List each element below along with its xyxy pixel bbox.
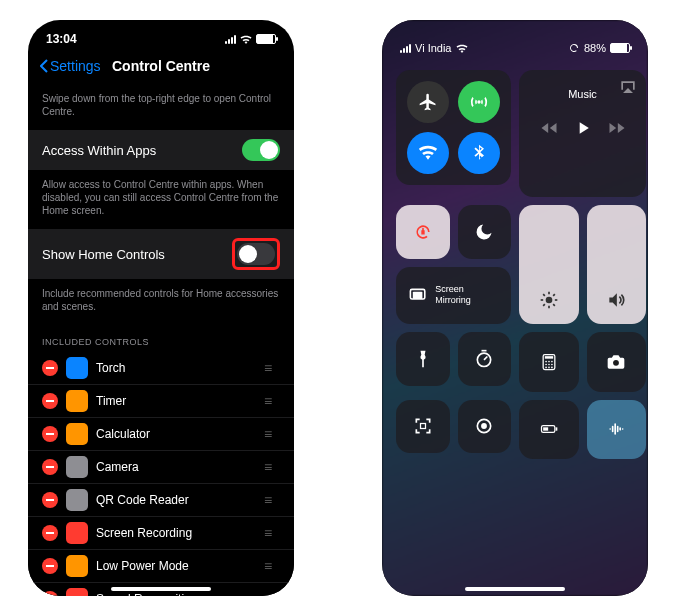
- item-label: Camera: [96, 460, 256, 474]
- svg-point-24: [551, 366, 553, 368]
- description-text: Allow access to Control Centre within ap…: [28, 170, 294, 229]
- access-toggle[interactable]: [242, 139, 280, 161]
- status-icons: [225, 34, 276, 44]
- camera-icon: [66, 456, 88, 478]
- music-label: Music: [568, 88, 597, 100]
- drag-handle[interactable]: ≡: [264, 393, 280, 409]
- drag-handle[interactable]: ≡: [264, 459, 280, 475]
- volume-slider[interactable]: [587, 205, 647, 324]
- next-track-button[interactable]: [607, 118, 627, 138]
- item-label: Torch: [96, 361, 256, 375]
- torch-button[interactable]: [396, 332, 450, 386]
- list-item[interactable]: Camera≡: [28, 451, 294, 484]
- drag-handle[interactable]: ≡: [264, 591, 280, 596]
- remove-button[interactable]: [42, 459, 58, 475]
- remove-button[interactable]: [42, 360, 58, 376]
- clock: 13:04: [46, 32, 77, 46]
- list-item[interactable]: Screen Recording≡: [28, 517, 294, 550]
- remove-button[interactable]: [42, 591, 58, 596]
- wifi-button[interactable]: [407, 132, 449, 174]
- control-centre-screen: Vi India 88% Music: [382, 20, 648, 596]
- list-item[interactable]: QR Code Reader≡: [28, 484, 294, 517]
- remove-button[interactable]: [42, 525, 58, 541]
- drag-handle[interactable]: ≡: [264, 558, 280, 574]
- home-indicator[interactable]: [111, 587, 211, 591]
- remove-button[interactable]: [42, 558, 58, 574]
- cellular-button[interactable]: [458, 81, 500, 123]
- battery-icon: [610, 43, 630, 53]
- item-label: Calculator: [96, 427, 256, 441]
- music-tile[interactable]: Music: [519, 70, 646, 197]
- drag-handle[interactable]: ≡: [264, 492, 280, 508]
- prev-track-button[interactable]: [539, 118, 559, 138]
- svg-line-5: [543, 294, 545, 296]
- play-button[interactable]: [573, 118, 593, 138]
- description-text: Swipe down from the top-right edge to op…: [28, 84, 294, 130]
- status-bar: Vi India 88%: [382, 20, 648, 62]
- qr-scanner-button[interactable]: [396, 400, 450, 454]
- signal-icon: [225, 35, 236, 44]
- remove-button[interactable]: [42, 426, 58, 442]
- list-item[interactable]: Timer≡: [28, 385, 294, 418]
- svg-point-0: [545, 297, 552, 304]
- home-controls-toggle[interactable]: [237, 243, 275, 265]
- list-item[interactable]: Low Power Mode≡: [28, 550, 294, 583]
- timer-button[interactable]: [458, 332, 512, 386]
- camera-button[interactable]: [587, 332, 647, 392]
- item-label: Sound Recognition: [96, 592, 256, 596]
- svg-line-6: [553, 304, 555, 306]
- row-label: Show Home Controls: [42, 247, 165, 262]
- battery-icon: [66, 555, 88, 577]
- svg-point-20: [548, 363, 550, 365]
- svg-line-8: [553, 294, 555, 296]
- airplane-button[interactable]: [407, 81, 449, 123]
- show-home-controls-row[interactable]: Show Home Controls: [28, 229, 294, 279]
- timer-icon: [66, 390, 88, 412]
- svg-point-17: [548, 361, 550, 363]
- drag-handle[interactable]: ≡: [264, 426, 280, 442]
- wifi-icon: [456, 44, 468, 53]
- status-bar: 13:04: [28, 20, 294, 52]
- svg-line-12: [484, 356, 487, 359]
- description-text: Include recommended controls for Home ac…: [28, 279, 294, 325]
- page-title: Control Centre: [28, 58, 294, 74]
- drag-handle[interactable]: ≡: [264, 360, 280, 376]
- remove-button[interactable]: [42, 492, 58, 508]
- nav-bar: Settings Control Centre: [28, 52, 294, 84]
- wifi-icon: [240, 35, 252, 44]
- brightness-slider[interactable]: [519, 205, 579, 324]
- list-item[interactable]: Torch≡: [28, 352, 294, 385]
- ear-icon: [66, 588, 88, 596]
- sound-recognition-button[interactable]: [587, 400, 647, 460]
- drag-handle[interactable]: ≡: [264, 525, 280, 541]
- svg-point-16: [545, 361, 547, 363]
- home-indicator[interactable]: [465, 587, 565, 591]
- record-icon: [66, 522, 88, 544]
- control-centre-grid: Music Screen Mirroring: [382, 62, 648, 443]
- svg-rect-26: [420, 424, 425, 429]
- mirror-label: Screen Mirroring: [435, 284, 499, 306]
- remove-button[interactable]: [42, 393, 58, 409]
- svg-point-25: [613, 360, 619, 366]
- list-item[interactable]: Calculator≡: [28, 418, 294, 451]
- svg-point-22: [545, 366, 547, 368]
- access-within-apps-row[interactable]: Access Within Apps: [28, 130, 294, 170]
- connectivity-tile[interactable]: [396, 70, 511, 185]
- svg-line-7: [543, 304, 545, 306]
- svg-point-28: [481, 423, 487, 429]
- svg-rect-10: [413, 292, 423, 299]
- airplay-icon: [618, 78, 638, 98]
- svg-rect-31: [543, 428, 548, 431]
- low-power-button[interactable]: [519, 400, 579, 460]
- highlight-annotation: [232, 238, 280, 270]
- row-label: Access Within Apps: [42, 143, 156, 158]
- do-not-disturb-button[interactable]: [458, 205, 512, 259]
- screen-record-button[interactable]: [458, 400, 512, 454]
- mirror-icon: [408, 285, 427, 305]
- screen-mirroring-button[interactable]: Screen Mirroring: [396, 267, 511, 325]
- svg-point-21: [551, 363, 553, 365]
- calculator-button[interactable]: [519, 332, 579, 392]
- bluetooth-button[interactable]: [458, 132, 500, 174]
- rotation-lock-button[interactable]: [396, 205, 450, 259]
- carrier-label: Vi India: [415, 42, 452, 54]
